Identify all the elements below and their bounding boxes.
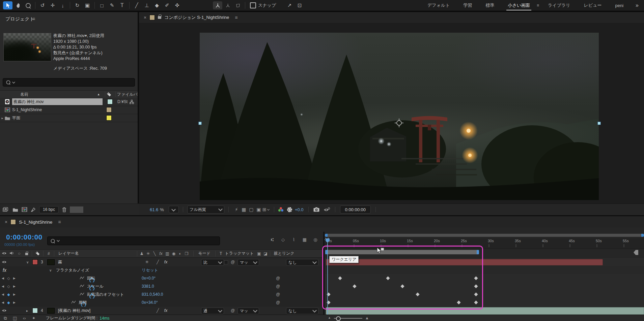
pan-behind-tool[interactable]: ▣	[83, 1, 92, 9]
channel-rgb-icon[interactable]	[278, 207, 284, 212]
zoom-level-value[interactable]: 61.6	[150, 207, 158, 212]
quality-switch[interactable]: ╱	[155, 308, 161, 313]
expression-language-icon[interactable]: ‹›	[22, 316, 27, 321]
fx-switch[interactable]: fx	[163, 260, 169, 264]
footage-preview-thumbnail[interactable]	[3, 33, 51, 61]
layer-lane-fog[interactable]	[325, 258, 644, 266]
new-composition-icon[interactable]	[22, 207, 27, 212]
frame-blending-icon[interactable]: ▦	[301, 237, 308, 242]
property-value[interactable]: 0x+34.0°	[142, 300, 158, 305]
property-value[interactable]: 831.0,540.0	[142, 292, 163, 297]
draft-3d-icon[interactable]: ◇	[279, 237, 287, 242]
graph-toggle-icon[interactable]	[80, 276, 84, 281]
layer-lane-night-shrine-footage[interactable]	[325, 307, 644, 315]
render-time-pane-icon[interactable]: ✦	[31, 316, 36, 321]
panel-drag-handle[interactable]	[70, 206, 83, 213]
grid-guide-options-icon[interactable]: ↗	[285, 1, 294, 9]
hide-shy-layers-icon[interactable]: ⌇	[290, 237, 298, 242]
workspace-overflow-chevron[interactable]: »	[636, 2, 639, 8]
layer-duration-bar-fog[interactable]	[326, 259, 603, 265]
composition-tab-label[interactable]: コンポジション S-1_NightShrine	[164, 14, 229, 21]
keyframe-diamond[interactable]	[338, 276, 342, 280]
bit-depth-button[interactable]: 16 bpc	[39, 206, 59, 213]
property-value[interactable]: 0x+0.0°	[142, 276, 156, 281]
keyframe-diamond[interactable]	[401, 284, 404, 288]
layer-duration-bar-footage[interactable]	[326, 307, 644, 315]
timeline-search-input[interactable]	[47, 236, 220, 245]
keyframe-diamond[interactable]	[474, 292, 478, 296]
parent-link-dropdown[interactable]: なし	[286, 308, 318, 314]
playhead-line[interactable]	[327, 238, 328, 315]
keyframe-diamond[interactable]	[353, 284, 356, 288]
current-timecode[interactable]: 0:00:00:00	[6, 233, 43, 241]
index-column-icon[interactable]: #	[48, 251, 50, 256]
property-name[interactable]: スケール	[87, 284, 104, 289]
graph-toggle-icon[interactable]	[71, 300, 76, 305]
timeline-zoom-in-icon[interactable]: ▲	[365, 316, 369, 320]
property-name[interactable]: 乱気流のオフセット	[87, 292, 124, 297]
project-item-footage[interactable]: 夜霧の 神社.mov D:¥St	[0, 98, 138, 106]
parent-pickwhip-icon[interactable]: @	[276, 300, 280, 305]
show-snapshot-icon[interactable]	[324, 207, 330, 212]
hand-tool[interactable]	[13, 1, 23, 9]
workspace-menu-icon[interactable]: ≡	[537, 3, 539, 8]
fx-switch-icon[interactable]: fx	[158, 251, 164, 256]
project-panel-title[interactable]: プロジェクト	[5, 16, 34, 22]
keyframe-diamond[interactable]	[474, 284, 478, 288]
close-tab-icon[interactable]: ×	[5, 219, 7, 225]
project-panel-menu-icon[interactable]: ≡	[32, 16, 35, 22]
track-matte-dropdown[interactable]: マッ	[237, 259, 259, 266]
pen-tool[interactable]: ✎	[107, 1, 117, 9]
motion-blur-switch-icon[interactable]: ◉	[171, 251, 177, 256]
scrollbar-right-cap[interactable]	[641, 234, 644, 237]
property-row-evolution[interactable]: ◀ ◆ ▶ 展開 0x+34.0° @	[0, 298, 325, 307]
threed-switch-icon[interactable]: ❒	[184, 251, 190, 256]
effect-twirl-icon[interactable]: ∨	[49, 268, 52, 272]
effect-name[interactable]: フラクタルノイズ	[56, 267, 89, 273]
prev-keyframe-icon[interactable]: ◀	[0, 301, 6, 304]
keyframe-diamond[interactable]	[386, 276, 390, 280]
keyframe-diamond[interactable]	[474, 276, 478, 280]
close-tab-icon[interactable]: ×	[144, 15, 146, 20]
guides-options-icon[interactable]: ⊞	[262, 207, 270, 212]
keyframe-lane-scale[interactable]	[325, 282, 644, 291]
adjustment-switch-icon[interactable]: ◐	[177, 251, 184, 256]
dolly-camera-tool[interactable]: ↓	[58, 1, 67, 9]
mode-column[interactable]: モード	[198, 251, 211, 256]
timeline-zoom-out-icon[interactable]: ▲	[328, 316, 331, 319]
search-options-chevron-icon[interactable]	[12, 81, 15, 84]
graph-toggle-icon[interactable]	[80, 284, 84, 289]
keyframe-at-current-time-icon[interactable]: ◆	[6, 292, 11, 297]
workspace-tab-default[interactable]: デフォルト	[427, 0, 451, 10]
preserve-transparency-checkbox[interactable]	[224, 260, 228, 264]
matte-luma-icon[interactable]: ◪	[262, 251, 269, 256]
fit-region-icon[interactable]: ⊡	[295, 1, 304, 9]
solo-column-icon[interactable]: ○	[16, 251, 23, 256]
resolution-dropdown[interactable]: フル画質	[187, 205, 224, 214]
footage-title[interactable]: 夜霧の 神社.mov▾, 2回使用	[53, 33, 107, 39]
label-color-swatch[interactable]	[107, 99, 113, 104]
parent-link-column[interactable]: 親とリンク	[274, 251, 294, 256]
keyframe-lane-evolution[interactable]	[325, 298, 644, 307]
zoom-dropdown[interactable]	[169, 206, 179, 213]
preview-timecode-field[interactable]: 0:00:00:00	[340, 205, 371, 214]
layer-twirl-icon[interactable]: ∨	[26, 260, 32, 264]
panel-menu-icon[interactable]: ≡	[58, 219, 61, 225]
track-matte-dropdown[interactable]: マッ	[237, 308, 259, 314]
layer-row-fog[interactable]: ∨ 3 霧 ✳ ╱ fx 比 @ マッ なし	[0, 258, 325, 266]
label-color-swatch[interactable]	[106, 107, 112, 113]
next-keyframe-icon[interactable]: ▶	[11, 285, 17, 288]
layer-label-swatch[interactable]	[32, 308, 38, 313]
unlock-icon[interactable]	[158, 16, 161, 19]
frame-blend-switch-icon[interactable]: ▥	[164, 251, 171, 256]
selection-tool[interactable]	[3, 1, 12, 9]
layer-handle-right[interactable]	[597, 122, 601, 125]
composition-tab[interactable]: × コンポジション S-1_NightShrine ≡	[139, 12, 644, 23]
project-item-solids-folder[interactable]: ▸ 平面	[0, 114, 138, 122]
composition-nesting-icon[interactable]: ⧉	[3, 316, 8, 321]
view-axis-mode-button[interactable]	[233, 1, 243, 9]
composition-image-night-shrine[interactable]	[200, 33, 599, 200]
time-ruler[interactable]: 00s05s10s15s20s25s30s35s40s45s50s55s	[325, 238, 644, 249]
label-column-icon[interactable]	[107, 92, 111, 97]
shy-switch-icon[interactable]: ♟	[139, 251, 145, 256]
